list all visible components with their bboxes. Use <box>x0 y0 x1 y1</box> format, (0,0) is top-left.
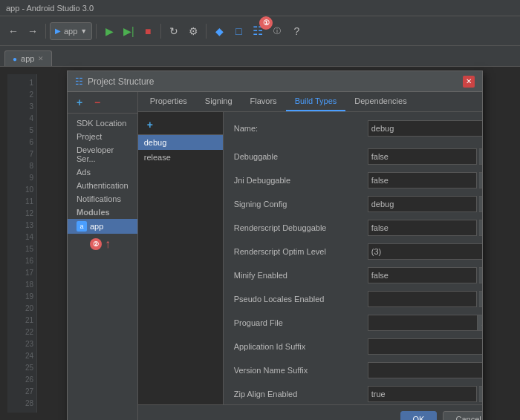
line-number-11: 11 <box>7 196 33 208</box>
zip-label: Zip Align Enabled <box>234 390 368 398</box>
form-jni-row: Jni Debuggable ▼ <box>234 171 482 189</box>
name-input[interactable] <box>368 120 482 137</box>
sync-btn[interactable]: ↻ <box>165 22 183 40</box>
tree-authentication[interactable]: Authentication <box>68 179 137 192</box>
build-type-debug[interactable]: debug <box>138 135 223 150</box>
tab-properties[interactable]: Properties <box>141 92 196 111</box>
rs-optim-input[interactable] <box>368 243 482 260</box>
rs-debug-value: ▼ <box>368 220 482 236</box>
line-number-25: 25 <box>7 362 33 374</box>
avd-mgr-btn[interactable]: □ <box>230 22 247 40</box>
dialog-body: + − SDK Location Project Developer Ser..… <box>68 92 482 420</box>
signing-input[interactable] <box>368 196 477 212</box>
tree-sdk-location[interactable]: SDK Location <box>68 117 137 130</box>
signing-value: ▼ <box>368 196 482 212</box>
appid-input[interactable] <box>368 338 482 355</box>
app-dropdown-label: app <box>64 27 77 36</box>
line-number-28: 28 <box>7 398 33 410</box>
module-app-label: app <box>90 222 103 231</box>
tree-project[interactable]: Project <box>68 130 137 143</box>
right-panel: Properties Signing Flavors Build Types D… <box>138 92 482 420</box>
dialog-title-text: Project Structure <box>88 76 154 87</box>
minify-dropdown-btn[interactable]: ▼ <box>479 267 482 283</box>
pseudo-label: Pseudo Locales Enabled <box>234 295 368 303</box>
remove-item-btn[interactable]: − <box>90 95 105 110</box>
debuggable-label: Debuggable <box>234 152 368 161</box>
line-number-21: 21 <box>7 315 33 327</box>
rs-debug-input[interactable] <box>368 220 477 236</box>
app-tab-label: app <box>21 54 34 63</box>
tab-build-types[interactable]: Build Types <box>286 92 346 111</box>
add-build-type-btn[interactable]: + <box>143 117 157 132</box>
debug-btn[interactable]: ▶| <box>120 22 137 40</box>
gradle-btn[interactable]: ⚙ <box>184 22 202 40</box>
line-number-6: 6 <box>7 137 33 148</box>
ok-button[interactable]: OK <box>400 411 438 420</box>
zip-value: ▼ <box>368 386 482 402</box>
tree-ads[interactable]: Ads <box>68 165 137 179</box>
tab-dependencies[interactable]: Dependencies <box>345 92 415 111</box>
dialog-title-bar: ☷ Project Structure ✕ <box>68 71 482 92</box>
form-version-row: Version Name Suffix <box>234 361 482 379</box>
form-name-row: Name: <box>234 119 482 137</box>
form-debuggable-row: Debuggable ▼ <box>234 148 482 165</box>
cancel-button[interactable]: Cancel <box>443 411 482 420</box>
pseudo-dropdown-btn[interactable]: ▼ <box>479 291 482 307</box>
minify-value: ▼ <box>368 267 482 283</box>
rs-debug-dropdown-btn[interactable]: ▼ <box>479 220 482 236</box>
stop-btn[interactable]: ■ <box>139 22 157 40</box>
sep3 <box>160 24 161 39</box>
annotation-1: ① <box>259 16 273 30</box>
annotation-2: ② ↑ <box>90 237 111 251</box>
tree-notifications[interactable]: Notifications <box>68 192 137 206</box>
tab-signing[interactable]: Signing <box>196 92 241 111</box>
build-type-release[interactable]: release <box>138 150 223 165</box>
line-number-26: 26 <box>7 374 33 386</box>
tree-app-module[interactable]: a app <box>68 219 137 234</box>
jni-dropdown-btn[interactable]: ▼ <box>479 172 482 188</box>
project-structure-dialog: ☷ Project Structure ✕ + − SDK Location P… <box>67 70 483 420</box>
line-number-20: 20 <box>7 303 33 315</box>
app-tab[interactable]: ● app ✕ <box>4 50 52 66</box>
window-title: app - Android Studio 3.0 <box>6 4 94 13</box>
left-panel: + − SDK Location Project Developer Ser..… <box>68 92 138 420</box>
sdk-mgr-btn[interactable]: ◆ <box>210 22 228 40</box>
app-dropdown[interactable]: ▶ app ▼ <box>50 22 92 40</box>
back-btn[interactable]: ← <box>4 22 22 40</box>
version-input[interactable] <box>368 362 482 378</box>
tree-developer-services[interactable]: Developer Ser... <box>68 143 137 165</box>
run-btn[interactable]: ▶ <box>100 22 118 40</box>
form-rs-debug-row: Renderscript Debuggable ▼ <box>234 219 482 237</box>
zip-dropdown-btn[interactable]: ▼ <box>479 386 482 402</box>
debuggable-dropdown-btn[interactable]: ▼ <box>479 148 482 165</box>
toolbar: ← → ▶ app ▼ ▶ ▶| ■ ↻ ⚙ ◆ □ ☷ ① ⓘ ? <box>0 16 520 46</box>
forward-btn[interactable]: → <box>24 22 42 40</box>
tab-flavors[interactable]: Flavors <box>241 92 286 111</box>
rs-debug-label: Renderscript Debuggable <box>234 223 368 232</box>
jni-input[interactable] <box>368 172 477 188</box>
proguard-input[interactable] <box>368 315 478 331</box>
pseudo-input[interactable] <box>368 291 477 307</box>
form-pseudo-row: Pseudo Locales Enabled ▼ <box>234 290 482 308</box>
line-number-2: 2 <box>7 89 33 101</box>
add-item-btn[interactable]: + <box>72 95 87 110</box>
close-dialog-btn[interactable]: ✕ <box>463 76 475 88</box>
line-number-16: 16 <box>7 255 33 267</box>
line-number-13: 13 <box>7 220 33 232</box>
tree-modules-label: Modules <box>68 206 137 219</box>
form-minify-row: Minify Enabled ▼ <box>234 266 482 284</box>
line-number-24: 24 <box>7 350 33 362</box>
zip-input[interactable] <box>368 386 477 402</box>
pseudo-value: ▼ <box>368 291 482 307</box>
tabs-container: Properties Signing Flavors Build Types D… <box>138 92 482 112</box>
minify-input[interactable] <box>368 267 477 283</box>
line-number-8: 8 <box>7 160 33 172</box>
minify-label: Minify Enabled <box>234 271 368 280</box>
rs-optim-value <box>368 243 482 260</box>
signing-dropdown-btn[interactable]: ▼ <box>479 196 482 212</box>
debuggable-input[interactable] <box>368 148 477 165</box>
rs-optim-label: Renderscript Optim Level <box>234 247 368 256</box>
help-btn[interactable]: ? <box>287 22 305 40</box>
line-number-4: 4 <box>7 113 33 125</box>
proguard-browse-btn[interactable]: ... <box>478 315 482 331</box>
